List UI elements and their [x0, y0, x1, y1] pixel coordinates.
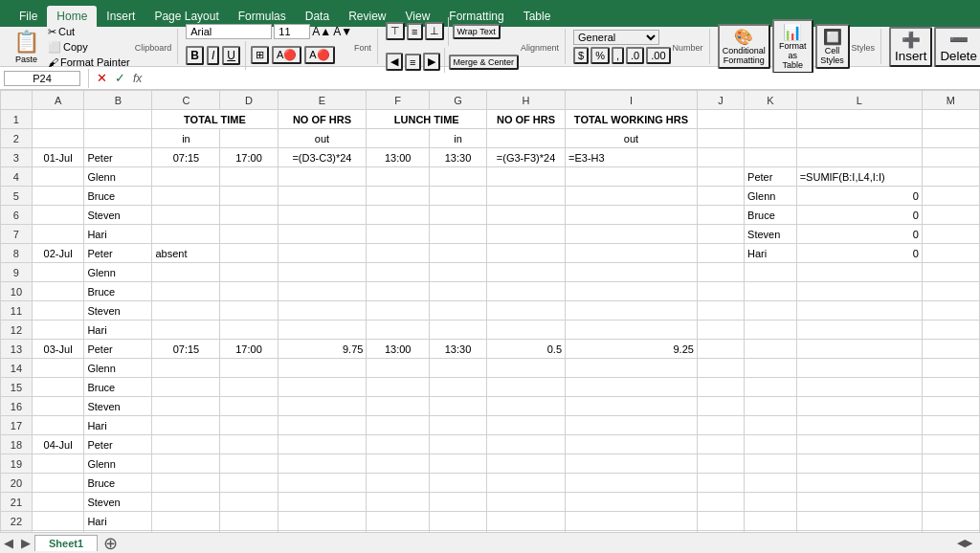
cell-m6[interactable] — [922, 206, 979, 225]
underline-button[interactable]: U — [222, 46, 240, 65]
number-format-select[interactable]: General Number Currency Date Time Percen… — [573, 30, 659, 45]
cell-j11[interactable] — [697, 301, 744, 321]
cell-g17[interactable] — [429, 416, 486, 435]
row-header-12[interactable]: 12 — [1, 321, 33, 340]
cell-d21[interactable] — [220, 493, 278, 512]
cell-e1[interactable]: NO OF HRS — [278, 110, 367, 129]
cell-l5[interactable]: 0 — [796, 187, 922, 206]
cell-e22[interactable] — [278, 512, 367, 531]
row-header-4[interactable]: 4 — [1, 167, 33, 187]
italic-button[interactable]: I — [207, 46, 219, 65]
cell-j15[interactable] — [697, 378, 744, 397]
cell-k5[interactable]: Glenn — [745, 187, 797, 206]
col-header-f[interactable]: F — [367, 91, 430, 110]
cell-f8[interactable] — [367, 244, 430, 263]
cell-d10[interactable] — [220, 282, 278, 301]
cell-a8[interactable]: 02-Jul — [32, 244, 84, 263]
align-left-button[interactable]: ◀ — [386, 53, 403, 71]
decrease-decimal-button[interactable]: .00 — [646, 47, 670, 64]
cell-d6[interactable] — [220, 206, 278, 225]
cell-a6[interactable] — [32, 206, 84, 225]
cell-b10[interactable]: Bruce — [84, 282, 152, 301]
cell-j17[interactable] — [697, 416, 744, 435]
cell-k13[interactable] — [745, 340, 797, 359]
cell-i17[interactable] — [566, 416, 698, 435]
cell-f22[interactable] — [367, 512, 430, 531]
row-header-3[interactable]: 3 — [1, 148, 33, 167]
merge-center-button[interactable]: Merge & Center — [449, 55, 520, 70]
col-header-d[interactable]: D — [220, 91, 278, 110]
cell-j22[interactable] — [697, 512, 744, 531]
cell-k19[interactable] — [745, 454, 797, 474]
cell-c19[interactable] — [152, 454, 220, 474]
cell-i18[interactable] — [566, 435, 698, 454]
conditional-formatting-button[interactable]: 🎨 Conditional Formatting — [718, 24, 770, 69]
cell-j20[interactable] — [697, 474, 744, 493]
cell-i1[interactable]: TOTAL WORKING HRS — [566, 110, 698, 129]
cell-m11[interactable] — [922, 301, 979, 321]
cell-b18[interactable]: Peter — [84, 435, 152, 454]
cell-m15[interactable] — [922, 378, 979, 397]
row-header-15[interactable]: 15 — [1, 378, 33, 397]
cell-a22[interactable] — [32, 512, 84, 531]
cell-f21[interactable] — [367, 493, 430, 512]
col-header-e[interactable]: E — [278, 91, 367, 110]
cell-k2[interactable] — [745, 129, 797, 148]
cell-i3[interactable]: =E3-H3 — [566, 148, 698, 167]
cell-c1[interactable]: TOTAL TIME — [152, 110, 278, 129]
cell-m17[interactable] — [922, 416, 979, 435]
row-header-18[interactable]: 18 — [1, 435, 33, 454]
cell-g9[interactable] — [429, 263, 486, 282]
cell-b3[interactable]: Peter — [84, 148, 152, 167]
cell-k4[interactable]: Peter — [745, 167, 797, 187]
cell-h5[interactable] — [487, 187, 566, 206]
cell-b4[interactable]: Glenn — [84, 167, 152, 187]
cell-d12[interactable] — [220, 321, 278, 340]
cell-l6[interactable]: 0 — [796, 206, 922, 225]
cell-e2[interactable]: out — [278, 129, 367, 148]
col-header-h[interactable]: H — [487, 91, 566, 110]
cell-h4[interactable] — [487, 167, 566, 187]
cell-j9[interactable] — [697, 263, 744, 282]
decrease-font-button[interactable]: A▼ — [333, 25, 352, 38]
cell-h6[interactable] — [487, 206, 566, 225]
cell-a1[interactable] — [32, 110, 84, 129]
cell-e9[interactable] — [278, 263, 367, 282]
cell-i7[interactable] — [566, 225, 698, 244]
cell-b5[interactable]: Bruce — [84, 187, 152, 206]
cell-i15[interactable] — [566, 378, 698, 397]
cell-l2[interactable] — [796, 129, 922, 148]
cell-k10[interactable] — [745, 282, 797, 301]
cell-a3[interactable]: 01-Jul — [32, 148, 84, 167]
cell-i5[interactable] — [566, 187, 698, 206]
font-size-input[interactable] — [274, 24, 310, 39]
cell-h11[interactable] — [487, 301, 566, 321]
delete-button[interactable]: ➖ Delete — [934, 27, 980, 67]
col-header-c[interactable]: C — [152, 91, 220, 110]
formula-input[interactable] — [145, 73, 980, 84]
cell-i10[interactable] — [566, 282, 698, 301]
cell-b9[interactable]: Glenn — [84, 263, 152, 282]
cell-a12[interactable] — [32, 321, 84, 340]
cell-c16[interactable] — [152, 397, 220, 416]
cell-c5[interactable] — [152, 187, 220, 206]
cell-l16[interactable] — [796, 397, 922, 416]
col-header-m[interactable]: M — [922, 91, 979, 110]
cell-h10[interactable] — [487, 282, 566, 301]
scroll-bar-area[interactable]: ◀▶ — [949, 537, 980, 549]
cell-k9[interactable] — [745, 263, 797, 282]
cell-f5[interactable] — [367, 187, 430, 206]
cell-h16[interactable] — [487, 397, 566, 416]
cell-e21[interactable] — [278, 493, 367, 512]
cell-c17[interactable] — [152, 416, 220, 435]
cell-b8[interactable]: Peter — [84, 244, 152, 263]
cell-c22[interactable] — [152, 512, 220, 531]
cell-m4[interactable] — [922, 167, 979, 187]
cell-m5[interactable] — [922, 187, 979, 206]
cell-g5[interactable] — [429, 187, 486, 206]
cell-h17[interactable] — [487, 416, 566, 435]
cell-e6[interactable] — [278, 206, 367, 225]
cell-l3[interactable] — [796, 148, 922, 167]
cell-j1[interactable] — [697, 110, 744, 129]
cell-g10[interactable] — [429, 282, 486, 301]
